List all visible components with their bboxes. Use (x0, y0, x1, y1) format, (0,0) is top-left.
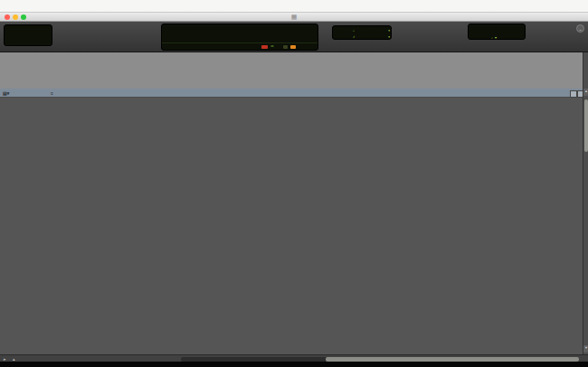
grid-dropdown-icon[interactable]: ▾ (388, 29, 390, 33)
grid-note-icon: ♩ (353, 28, 357, 33)
bottom-bar: ▸ ▴ (0, 354, 588, 362)
delay-compensation-indicator[interactable] (270, 45, 274, 47)
toolbar-options-icon[interactable]: ⌄ (576, 24, 584, 33)
punch-button[interactable] (261, 45, 268, 49)
track-list-icon[interactable]: ▤▾ (3, 90, 9, 96)
record-mode-indicator[interactable] (290, 45, 296, 49)
horizontal-scrollbar-thumb[interactable] (326, 357, 579, 362)
countoff-display: ♩▾ (468, 24, 526, 40)
vertical-scrollbar[interactable]: ▲ ▼ (583, 52, 588, 354)
menu-bar (0, 0, 588, 13)
mini-indicator[interactable] (283, 45, 288, 49)
ruler-zone (0, 52, 588, 89)
window-title-bar: ▦ (0, 13, 588, 22)
nudge-dropdown-icon[interactable]: ▾ (388, 35, 390, 39)
pro-tools-edit-window: ▦ (0, 0, 588, 367)
track-column-headers: ▤▾ ≡ (0, 89, 588, 98)
screen-bottom-edge (0, 362, 588, 367)
tempo-note-icon: ♩▾ (491, 35, 497, 40)
grid-nudge-panel: ♩ ▾ ♪ ▾ (332, 25, 392, 40)
window-title: ▦ (0, 14, 588, 21)
track-zone (0, 98, 588, 354)
vertical-scrollbar-thumb[interactable] (584, 99, 588, 152)
edit-toolbar: ♩ ▾ ♪ ▾ ♩▾ ⌄ (0, 22, 588, 52)
counter-display (161, 24, 318, 51)
nudge-note-icon: ♪ (353, 34, 355, 39)
group-list-icon[interactable]: ≡ (51, 90, 53, 96)
horizontal-scrollbar[interactable] (181, 357, 579, 362)
edit-mode-panel (4, 24, 52, 46)
document-icon: ▦ (291, 14, 298, 20)
scroll-up-icon[interactable]: ▲ (583, 89, 588, 96)
scroll-down-icon[interactable]: ▼ (583, 345, 588, 353)
edit-window-toggle-icon[interactable] (570, 90, 577, 98)
